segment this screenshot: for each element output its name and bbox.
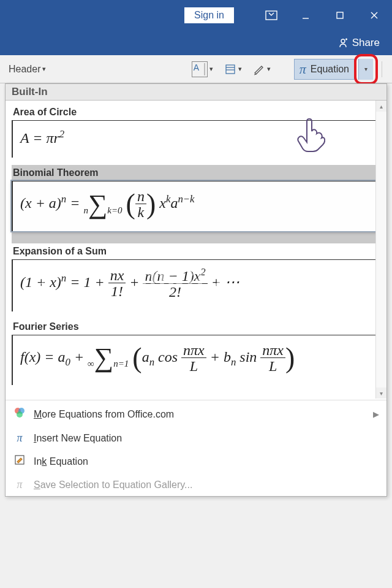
share-bar: Share: [0, 31, 392, 55]
equation-formula: f(x) = a0 + ∞∑n=1 (an cos nπxL + bn sin …: [12, 335, 380, 385]
chevron-down-icon: ▾: [238, 65, 242, 73]
parts-icon: [224, 63, 236, 75]
chevron-down-icon: ▾: [209, 65, 213, 73]
textbox-icon: A: [192, 61, 208, 77]
ribbon-display-icon[interactable]: [256, 4, 287, 27]
maximize-button[interactable]: [325, 4, 355, 27]
gallery-section-header: Built-In: [6, 84, 386, 101]
menu-label: Insert New Equation: [34, 433, 122, 444]
equation-item[interactable]: Binomial Theorem(x + a)n = n∑k=0 (nk) xk…: [12, 165, 380, 243]
ribbon: Header ▾ A ▾ ▾ ▾ π Equation ▾: [0, 55, 392, 83]
scrollbar-down-icon[interactable]: ▾: [376, 388, 386, 399]
menu-label: Save Selection to Equation Gallery...: [34, 479, 192, 491]
equation-formula: (x + a)n = n∑k=0 (nk) xkan−k: [12, 181, 380, 231]
equation-item-title: Fourier Series: [12, 319, 380, 335]
svg-rect-2: [337, 12, 343, 18]
share-label: Share: [352, 37, 380, 49]
share-button[interactable]: Share: [337, 37, 380, 49]
equation-item-title: Area of Circle: [12, 104, 380, 120]
menu-label: Ink Equation: [34, 456, 88, 467]
pen-icon: [253, 63, 265, 75]
equation-label: Equation: [311, 64, 349, 75]
pi-icon: π: [13, 478, 26, 491]
menu-save-selection: π Save Selection to Equation Gallery...: [6, 473, 386, 496]
equation-formula: (1 + x)n = 1 + nx1! + n(n − 1)x22! + ⋯: [12, 259, 380, 311]
office-icon: [13, 407, 26, 422]
equation-item[interactable]: Expansion of a Sum(1 + x)n = 1 + nx1! + …: [12, 243, 380, 311]
menu-ink-equation[interactable]: Ink Equation: [6, 449, 386, 473]
equation-button[interactable]: π Equation: [294, 59, 355, 80]
pi-icon: π: [300, 61, 306, 77]
chevron-down-icon: ▾: [267, 65, 271, 73]
equation-dropdown: Built-In Area of CircleA = πr2Binomial T…: [5, 83, 387, 497]
share-icon: [337, 37, 349, 48]
scrollbar[interactable]: ▴ ▾: [375, 101, 386, 399]
equation-gallery[interactable]: Area of CircleA = πr2Binomial Theorem(x …: [6, 101, 386, 399]
menu-insert-equation[interactable]: π Insert New Equation: [6, 427, 386, 449]
equation-item-title: Expansion of a Sum: [12, 243, 380, 259]
close-button[interactable]: [359, 4, 390, 27]
menu-label: More Equations from Office.com: [34, 409, 174, 420]
scrollbar-up-icon[interactable]: ▴: [376, 101, 386, 112]
equation-formula: A = πr2: [12, 120, 380, 158]
quick-parts-button[interactable]: ▾: [221, 59, 246, 80]
svg-point-12: [17, 411, 23, 418]
chevron-down-icon: ▾: [42, 65, 46, 73]
header-button[interactable]: Header ▾: [5, 59, 50, 80]
menu-more-equations[interactable]: More Equations from Office.com ▶: [6, 402, 386, 427]
ink-icon: [13, 454, 26, 468]
signature-button[interactable]: ▾: [249, 59, 274, 80]
chevron-right-icon: ▶: [373, 410, 379, 419]
pi-icon: π: [13, 432, 26, 445]
title-bar: Sign in: [0, 0, 392, 31]
sign-in-button[interactable]: Sign in: [184, 7, 234, 23]
svg-rect-7: [226, 65, 235, 74]
svg-point-5: [341, 39, 345, 43]
equation-item[interactable]: Fourier Seriesf(x) = a0 + ∞∑n=1 (an cos …: [12, 319, 380, 385]
minimize-button[interactable]: [290, 4, 321, 27]
equation-dropdown-arrow[interactable]: ▾: [358, 59, 373, 80]
equation-item-title: Binomial Theorem: [12, 165, 380, 181]
equation-item[interactable]: Area of CircleA = πr2: [12, 104, 380, 158]
header-label: Header: [9, 64, 40, 75]
chevron-down-icon: ▾: [364, 66, 368, 72]
textbox-button[interactable]: A ▾: [188, 59, 217, 80]
